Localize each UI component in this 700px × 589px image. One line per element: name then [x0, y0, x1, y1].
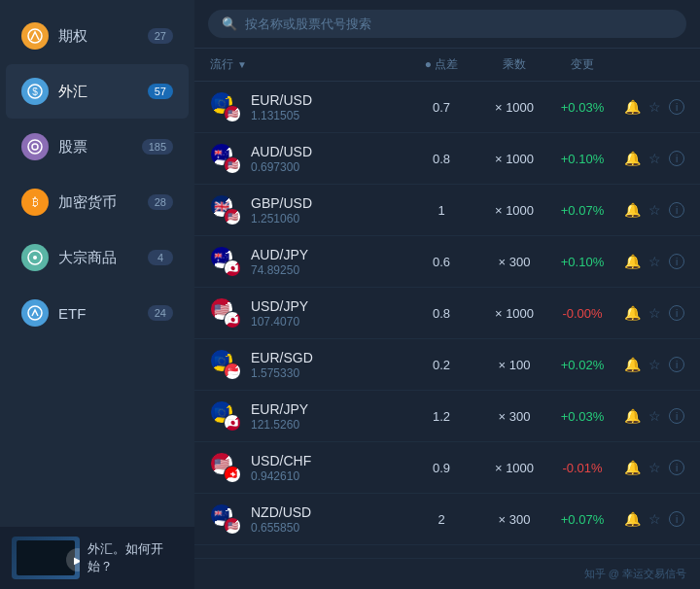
change-value: +0.03% — [548, 100, 616, 115]
currency-flags: 🇬🇧 🇺🇸 — [210, 194, 241, 225]
sidebar-item-etf[interactable]: ETF24 — [6, 286, 189, 340]
instrument-row[interactable]: 🇪🇺 🇯🇵 EUR/JPY121.52601.2× 300+0.03% 🔔 ☆ … — [194, 391, 700, 442]
spread-value: 2 — [402, 512, 480, 527]
instrument-row[interactable]: 🇳🇿 🇺🇸 NZD/USD0.6558502× 300+0.07% 🔔 ☆ i — [194, 494, 700, 545]
star-icon[interactable]: ☆ — [648, 460, 661, 475]
currency-flags: 🇺🇸 🇨🇭 — [210, 452, 241, 483]
svg-point-3 — [28, 140, 42, 154]
spread-value: 0.8 — [402, 306, 480, 321]
info-icon[interactable]: i — [669, 408, 684, 424]
bell-icon[interactable]: 🔔 — [624, 202, 641, 218]
instrument-name: EUR/SGD — [251, 350, 313, 365]
instrument-price: 1.131505 — [251, 109, 312, 122]
instrument-row[interactable]: 🇪🇺 🇺🇸 EUR/USD1.1315050.7× 1000+0.03% 🔔 ☆… — [194, 82, 700, 133]
stocks-icon — [21, 133, 49, 160]
instrument-price: 121.5260 — [251, 418, 308, 432]
promo-banner[interactable]: ▶ 外汇。如何开始？ — [0, 527, 194, 589]
instrument-price: 0.942610 — [251, 469, 311, 483]
star-icon[interactable]: ☆ — [648, 305, 661, 321]
bell-icon[interactable]: 🔔 — [624, 357, 641, 372]
search-input-wrap[interactable]: 🔍 — [208, 10, 686, 38]
flag-secondary: 🇨🇭 — [224, 466, 241, 483]
action-icons: 🔔 ☆ i — [616, 408, 684, 424]
instrument-price: 74.89250 — [251, 263, 308, 277]
currency-flags: 🇺🇸 🇯🇵 — [210, 297, 241, 329]
bell-icon[interactable]: 🔔 — [624, 408, 641, 424]
star-icon[interactable]: ☆ — [648, 357, 661, 372]
star-icon[interactable]: ☆ — [648, 151, 661, 166]
instrument-info-AUD-JPY: 🇦🇺 🇯🇵 AUD/JPY74.89250 — [210, 246, 402, 277]
instrument-name: USD/JPY — [251, 298, 308, 314]
star-icon[interactable]: ☆ — [648, 202, 661, 218]
action-icons: 🔔 ☆ i — [616, 511, 684, 527]
star-icon[interactable]: ☆ — [648, 511, 661, 527]
sidebar-label-options: 期权 — [58, 27, 148, 46]
currency-flags: 🇦🇺 🇯🇵 — [210, 246, 241, 277]
instrument-row[interactable]: 🇬🇧 🇺🇸 GBP/USD1.2510601× 1000+0.07% 🔔 ☆ i — [194, 185, 700, 236]
bell-icon[interactable]: 🔔 — [624, 151, 641, 166]
sidebar-badge-stocks: 185 — [142, 139, 173, 155]
change-value: +0.03% — [548, 409, 616, 424]
commodity-icon — [21, 244, 49, 271]
instrument-price: 1.251060 — [251, 212, 312, 225]
spread-value: 0.6 — [402, 255, 480, 269]
multiplier-value: × 1000 — [480, 100, 548, 115]
sidebar-badge-etf: 24 — [148, 305, 173, 321]
instrument-row[interactable]: 🇦🇺 🇯🇵 AUD/JPY74.892500.6× 300+0.10% 🔔 ☆ … — [194, 236, 700, 288]
instrument-row[interactable]: 🇺🇸 🇨🇭 USD/CHF0.9426100.9× 1000-0.01% 🔔 ☆… — [194, 442, 700, 494]
info-icon[interactable]: i — [669, 202, 684, 218]
star-icon[interactable]: ☆ — [648, 99, 661, 115]
col-name-header[interactable]: 流行 ▼ — [210, 56, 402, 73]
column-headers: 流行 ▼ ● 点差 乘数 变更 — [194, 49, 700, 82]
info-icon[interactable]: i — [669, 151, 684, 166]
instrument-name: USD/CHF — [251, 453, 311, 468]
instrument-name: EUR/USD — [251, 92, 312, 108]
sidebar-item-stocks[interactable]: 股票185 — [6, 120, 189, 174]
svg-text:₿: ₿ — [32, 195, 39, 209]
forex-icon: $ — [21, 78, 49, 105]
change-value: +0.10% — [548, 152, 616, 166]
currency-flags: 🇳🇿 🇺🇸 — [210, 503, 241, 535]
sidebar-label-forex: 外汇 — [58, 83, 148, 101]
instrument-row[interactable]: 🇦🇺 🇺🇸 AUD/USD0.6973000.8× 1000+0.10% 🔔 ☆… — [194, 133, 700, 185]
info-icon[interactable]: i — [669, 99, 684, 115]
bell-icon[interactable]: 🔔 — [624, 511, 641, 527]
col-change-header: 变更 — [548, 56, 616, 73]
spread-value: 1.2 — [402, 409, 480, 424]
sidebar-item-options[interactable]: 期权27 — [6, 9, 189, 63]
currency-flags: 🇪🇺 🇸🇬 — [210, 349, 241, 380]
info-icon[interactable]: i — [669, 357, 684, 372]
instrument-info-USD-JPY: 🇺🇸 🇯🇵 USD/JPY107.4070 — [210, 297, 402, 329]
sidebar-item-forex[interactable]: $外汇57 — [6, 64, 189, 119]
star-icon[interactable]: ☆ — [648, 254, 661, 269]
info-icon[interactable]: i — [669, 511, 684, 527]
instrument-price: 1.575330 — [251, 366, 313, 380]
bell-icon[interactable]: 🔔 — [624, 460, 641, 475]
sidebar-label-etf: ETF — [58, 305, 148, 322]
sidebar-badge-commodity: 4 — [148, 250, 173, 265]
svg-point-8 — [28, 306, 42, 320]
instrument-name-wrap: EUR/USD1.131505 — [251, 92, 312, 122]
instrument-name-wrap: AUD/USD0.697300 — [251, 144, 312, 174]
multiplier-value: × 100 — [480, 358, 548, 372]
instrument-list: 🇪🇺 🇺🇸 EUR/USD1.1315050.7× 1000+0.03% 🔔 ☆… — [194, 82, 700, 558]
instrument-info-EUR-USD: 🇪🇺 🇺🇸 EUR/USD1.131505 — [210, 91, 402, 122]
svg-point-7 — [33, 256, 37, 260]
info-icon[interactable]: i — [669, 305, 684, 321]
info-icon[interactable]: i — [669, 460, 684, 475]
instrument-row[interactable]: 🇺🇸 🇯🇵 USD/JPY107.40700.8× 1000-0.00% 🔔 ☆… — [194, 288, 700, 339]
sidebar-item-commodity[interactable]: 大宗商品4 — [6, 230, 189, 285]
sidebar-item-crypto[interactable]: ₿加密货币28 — [6, 175, 189, 229]
bell-icon[interactable]: 🔔 — [624, 99, 641, 115]
change-value: +0.02% — [548, 358, 616, 372]
bell-icon[interactable]: 🔔 — [624, 305, 641, 321]
search-input[interactable] — [245, 17, 673, 31]
col-mult-header: 乘数 — [480, 56, 548, 73]
promo-thumbnail: ▶ — [12, 537, 80, 579]
instrument-row[interactable]: 🇪🇺 🇸🇬 EUR/SGD1.5753300.2× 100+0.02% 🔔 ☆ … — [194, 339, 700, 391]
change-value: -0.01% — [548, 461, 616, 475]
bell-icon[interactable]: 🔔 — [624, 254, 641, 269]
info-icon[interactable]: i — [669, 254, 684, 269]
star-icon[interactable]: ☆ — [648, 408, 661, 424]
change-value: -0.00% — [548, 306, 616, 321]
